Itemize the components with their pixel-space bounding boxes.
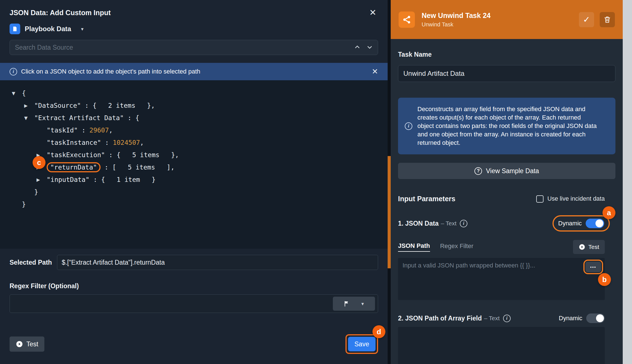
json-key[interactable]: "taskExecution" <box>47 151 105 159</box>
json-separator: : <box>101 139 113 146</box>
json-tree-line: ▶"inputData" : { 1 item } <box>0 173 388 186</box>
task-description-box: i Deconstructs an array field from the s… <box>398 98 615 154</box>
input-parameters-header: Input Parameters Use live incident data <box>398 195 605 203</box>
param2-dynamic-toggle[interactable] <box>586 313 605 323</box>
annotation-d-badge: d <box>372 325 385 338</box>
json-tree: ▼{▶"DataSource" : { 2 items },▼"Extract … <box>0 80 388 249</box>
test-button[interactable]: Test <box>10 336 44 352</box>
banner-close-icon[interactable]: ✕ <box>372 68 378 75</box>
task-name-input[interactable] <box>398 65 615 82</box>
view-sample-data-button[interactable]: ? View Sample Data <box>398 163 615 179</box>
json-separator: : <box>89 176 101 183</box>
param1-type: – Text <box>441 220 456 227</box>
info-icon: i <box>503 315 511 322</box>
highlight-ring-b: ••• b <box>583 260 603 274</box>
ellipsis-button[interactable]: ••• <box>585 262 601 272</box>
json-value: { 5 items }, <box>117 151 179 159</box>
highlight-ring-c: "returnData" <box>47 162 101 172</box>
highlight-ring-a: Dynamic a <box>553 215 610 232</box>
json-number-value: 1024507 <box>113 139 140 146</box>
param2-label: 2. JSON Path of Array Field <box>398 315 482 322</box>
data-source-selector[interactable]: Playbook Data ▼ <box>0 22 388 34</box>
collapse-toggle-icon[interactable]: ▼ <box>24 115 34 121</box>
screen: JSON Data: Add Custom Input ✕ Playbook D… <box>0 0 632 364</box>
json-key[interactable]: "Extract Artifact Data" <box>34 114 124 122</box>
json-key[interactable]: "DataSource" <box>34 102 81 109</box>
param2-type: – Text <box>484 315 500 322</box>
json-tree-line: ▶"returnData" : [ 5 items ],c <box>0 161 388 173</box>
param2-json-path-textarea[interactable] <box>398 327 605 364</box>
expand-toggle-icon[interactable]: ▶ <box>24 103 34 108</box>
json-key[interactable]: "taskId" <box>47 127 78 134</box>
task-name-label: Task Name <box>398 51 615 58</box>
tab-regex-filter[interactable]: Regex Filter <box>440 242 474 251</box>
json-key[interactable]: "inputData" <box>47 176 89 183</box>
play-icon <box>16 340 23 348</box>
chevron-down-icon[interactable] <box>366 44 373 51</box>
chevron-down-icon[interactable]: ▼ <box>80 27 84 31</box>
json-separator: : <box>81 102 93 109</box>
param1-dynamic-toggle[interactable] <box>586 219 604 228</box>
modal-header: JSON Data: Add Custom Input ✕ <box>0 0 388 22</box>
json-tree-line: } <box>0 186 388 198</box>
task-panel-header: New Unwind Task 24 Unwind Task ✓ <box>391 0 623 39</box>
modal-footer: Test Save d <box>0 334 388 354</box>
selected-path-input[interactable] <box>57 255 378 270</box>
param1-textarea-wrap: ••• b <box>398 258 605 301</box>
task-config-panel: New Unwind Task 24 Unwind Task ✓ Task Na… <box>391 0 623 364</box>
task-description-text: Deconstructs an array field from the spe… <box>417 105 597 147</box>
search-nav <box>354 44 373 51</box>
flag-icon <box>343 300 350 307</box>
json-tree-line: "taskInstance" : 1024507, <box>0 136 388 149</box>
save-button[interactable]: Save <box>348 337 376 351</box>
input-parameters-section: Input Parameters Use live incident data … <box>398 195 605 364</box>
json-comma: , <box>140 139 144 146</box>
json-key[interactable]: "returnData" <box>50 164 97 171</box>
highlight-ring-d: Save d <box>345 334 378 354</box>
regex-filter-wrap: ▼ <box>10 294 378 313</box>
input-parameters-title: Input Parameters <box>398 195 455 203</box>
selected-path-label: Selected Path <box>10 259 52 266</box>
json-brace: } <box>22 201 26 208</box>
regex-filter-label: Regex Filter (Optional) <box>0 282 388 290</box>
collapse-toggle-icon[interactable]: ▼ <box>12 91 22 96</box>
data-source-selected-label: Playbook Data <box>25 25 71 33</box>
regex-filter-input[interactable] <box>10 295 378 313</box>
play-icon <box>579 244 585 250</box>
param2-dynamic-label: Dynamic <box>559 315 582 322</box>
use-live-incident-checkbox[interactable] <box>536 195 544 203</box>
json-separator: : <box>101 164 112 171</box>
panel-gap-canvas-sliver <box>388 156 391 268</box>
chevron-up-icon[interactable] <box>354 44 361 51</box>
regex-flags-button[interactable]: ▼ <box>333 297 375 311</box>
json-value: { 1 item } <box>101 176 156 183</box>
search-input[interactable] <box>10 40 378 55</box>
live-incident-row: Use live incident data <box>536 195 605 203</box>
modal-close-icon[interactable]: ✕ <box>369 8 376 17</box>
param2-row: 2. JSON Path of Array Field – Text i Dyn… <box>398 313 605 323</box>
confirm-button[interactable]: ✓ <box>579 12 594 27</box>
json-key[interactable]: "taskInstance" <box>47 139 101 146</box>
toggle-knob <box>596 314 604 322</box>
trash-icon <box>604 16 611 23</box>
json-tree-line: "taskId" : 29607, <box>0 124 388 136</box>
info-icon: i <box>460 220 467 227</box>
json-brace: } <box>34 188 38 196</box>
use-live-incident-label: Use live incident data <box>547 195 605 202</box>
test-button-label: Test <box>26 340 38 348</box>
delete-task-button[interactable] <box>600 12 615 27</box>
selected-path-row: Selected Path <box>0 255 388 270</box>
expand-toggle-icon[interactable]: ▶ <box>37 177 47 182</box>
param1-test-button[interactable]: Test <box>573 240 605 254</box>
info-icon: i <box>10 68 17 75</box>
param2-dynamic-group: Dynamic <box>559 313 605 323</box>
json-value: { 2 items }, <box>93 102 155 109</box>
info-banner: i Click on a JSON object to add the obje… <box>0 63 388 80</box>
param1-dynamic-label: Dynamic <box>558 220 582 227</box>
param1-json-path-textarea[interactable] <box>398 258 605 300</box>
check-icon: ✓ <box>583 15 590 24</box>
tab-json-path[interactable]: JSON Path <box>398 242 430 252</box>
json-tree-line: ▼"Extract Artifact Data" : { <box>0 112 388 124</box>
playbook-data-icon <box>10 24 20 34</box>
param1-label: 1. JSON Data <box>398 220 438 227</box>
